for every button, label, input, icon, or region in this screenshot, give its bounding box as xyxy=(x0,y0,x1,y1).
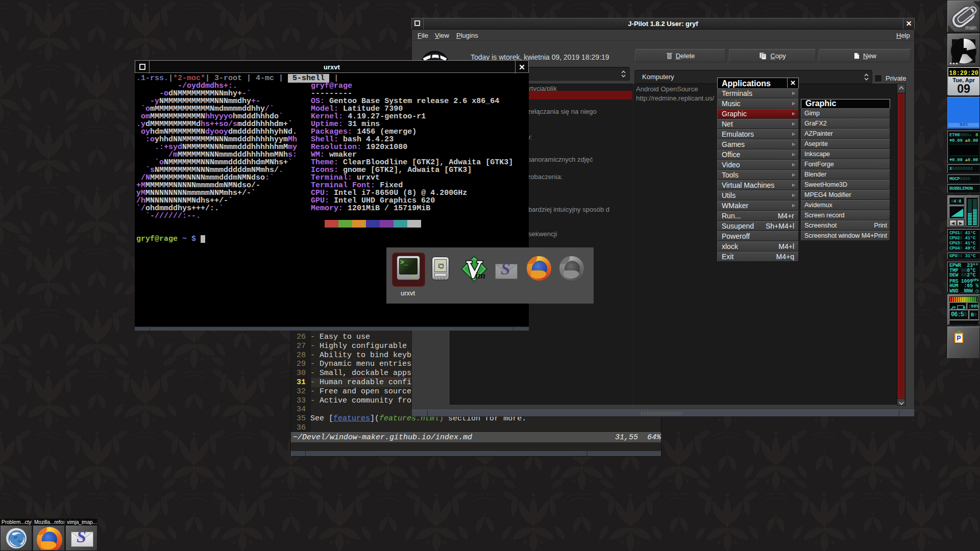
svg-text:im: im xyxy=(475,270,485,281)
